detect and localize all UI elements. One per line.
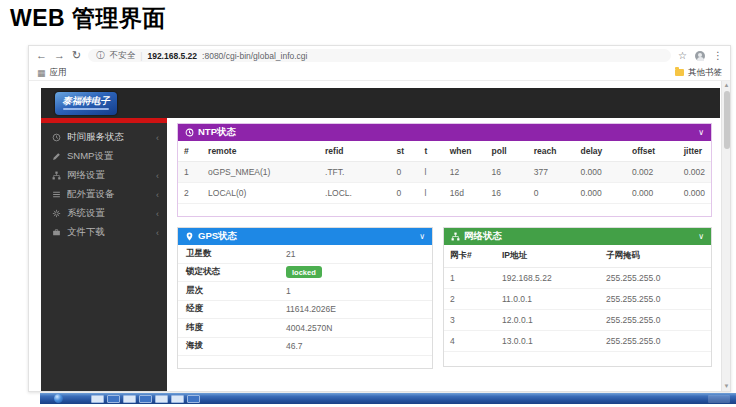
chevron-left-icon: ‹ xyxy=(156,171,159,181)
main-content: NTP状态 ∨ # remote refid xyxy=(167,118,720,391)
cell: 16d xyxy=(444,183,486,204)
bookmarks-bar: ▦ 应用 其他书签 xyxy=(29,65,730,81)
sidebar-item-external-devices[interactable]: 配外置设备 ‹ xyxy=(41,185,167,204)
folder-icon xyxy=(675,69,684,76)
network-panel-header[interactable]: 网络状态 ∨ xyxy=(444,228,711,245)
network-panel-title: 网络状态 xyxy=(464,230,502,243)
table-row: 4 13.0.0.1 255.255.255.0 xyxy=(444,331,711,352)
network-header-row: 网卡# IP地址 子网掩码 xyxy=(444,245,711,268)
scrollbar[interactable]: ▲ ▼ xyxy=(721,81,730,391)
col-header: jitter xyxy=(678,141,711,162)
cell: 255.255.255.0 xyxy=(600,268,711,289)
taskbar-app-icon[interactable] xyxy=(107,395,120,403)
sidebar-item-label: 文件下载 xyxy=(67,226,156,239)
cell: 1 xyxy=(178,162,202,183)
ntp-table-wrap: # remote refid st t when poll reach xyxy=(178,141,711,216)
col-header: when xyxy=(444,141,486,162)
taskbar-app-icon[interactable] xyxy=(171,395,184,403)
sidebar-item-snmp-settings[interactable]: SNMP设置 xyxy=(41,147,167,166)
taskbar-app-icon[interactable] xyxy=(139,395,152,403)
gps-field-label: 锁定状态 xyxy=(186,266,286,278)
forward-icon[interactable]: → xyxy=(54,50,65,61)
toolbar-right: ☆ ⋮ xyxy=(678,50,723,61)
chevron-left-icon: ‹ xyxy=(156,190,159,200)
cell: 0.000 xyxy=(626,183,678,204)
list-item: 经度 11614.2026E xyxy=(178,301,432,320)
reload-icon[interactable]: ↻ xyxy=(72,50,81,61)
chevron-left-icon: ‹ xyxy=(156,133,159,143)
page-title: WEB 管理界面 xyxy=(10,3,166,34)
other-bookmarks-label: 其他书签 xyxy=(688,67,722,79)
other-bookmarks[interactable]: 其他书签 xyxy=(675,67,722,79)
sidebar-item-network-settings[interactable]: 网络设置 ‹ xyxy=(41,166,167,185)
sidebar-item-file-download[interactable]: 文件下载 ‹ xyxy=(41,223,167,242)
sidebar-item-label: 配外置设备 xyxy=(67,188,156,201)
col-header: delay xyxy=(575,141,626,162)
cell: LOCAL(0) xyxy=(202,183,319,204)
gps-field-value: 4004.2570N xyxy=(286,323,332,333)
cell: 0 xyxy=(391,183,419,204)
cell: 255.255.255.0 xyxy=(600,310,711,331)
apps-label: 应用 xyxy=(50,67,67,79)
gear-icon xyxy=(52,209,67,218)
ntp-panel-title: NTP状态 xyxy=(198,126,236,139)
profile-avatar-icon[interactable] xyxy=(695,51,705,61)
apps-shortcut[interactable]: ▦ 应用 xyxy=(37,67,67,79)
chevron-left-icon: ‹ xyxy=(156,209,159,219)
ntp-panel-header[interactable]: NTP状态 ∨ xyxy=(178,124,711,141)
gps-field-label: 经度 xyxy=(186,303,286,315)
sidebar-item-time-service-status[interactable]: 时间服务状态 ‹ xyxy=(41,128,167,147)
cell: 16 xyxy=(486,183,528,204)
cell: l xyxy=(418,162,443,183)
gps-field-value: 46.7 xyxy=(286,341,303,351)
start-button-icon[interactable] xyxy=(54,394,63,403)
menu-kebab-icon[interactable]: ⋮ xyxy=(713,50,723,61)
taskbar-app-icon[interactable] xyxy=(155,395,168,403)
table-row: 2 LOCAL(0) .LOCL. 0 l 16d 16 0 xyxy=(178,183,711,204)
sidebar-item-label: 时间服务状态 xyxy=(67,131,156,144)
col-header: 子网掩码 xyxy=(600,245,711,268)
table-row: 2 11.0.0.1 255.255.255.0 xyxy=(444,289,711,310)
table-row: 1 oGPS_NMEA(1) .TFT. 0 l 12 16 377 xyxy=(178,162,711,183)
sitemap-icon xyxy=(52,171,67,180)
network-status-panel: 网络状态 ∨ 网卡# IP地址 xyxy=(443,227,712,367)
screenshot-root: WEB 管理界面 ← → ↻ ⓘ 不安全 | 192.168.5.22:8080… xyxy=(0,0,736,407)
cell: 3 xyxy=(444,310,496,331)
sidebar-item-label: 网络设置 xyxy=(67,169,156,182)
chevron-down-icon[interactable]: ∨ xyxy=(698,128,704,137)
taskbar-app-icon[interactable] xyxy=(91,395,104,403)
url-path: :8080/cgi-bin/global_info.cgi xyxy=(202,51,307,61)
clock-icon xyxy=(185,128,194,137)
briefcase-icon xyxy=(52,228,67,237)
browser-toolbar: ← → ↻ ⓘ 不安全 | 192.168.5.22:8080/cgi-bin/… xyxy=(29,46,730,65)
security-label: 不安全 xyxy=(110,50,136,62)
sidebar-item-system-settings[interactable]: 系统设置 ‹ xyxy=(41,204,167,223)
back-icon[interactable]: ← xyxy=(36,50,47,61)
scrollbar-thumb[interactable] xyxy=(724,91,730,149)
scroll-down-icon[interactable]: ▼ xyxy=(722,382,731,391)
gps-field-label: 层次 xyxy=(186,285,286,297)
gps-field-value: 11614.2026E xyxy=(286,304,336,314)
bookmark-star-icon[interactable]: ☆ xyxy=(678,50,687,61)
col-header: reach xyxy=(528,141,575,162)
scroll-up-icon[interactable]: ▲ xyxy=(722,81,731,90)
network-icon xyxy=(451,232,460,241)
chevron-down-icon[interactable]: ∨ xyxy=(698,232,704,241)
taskbar-app-icon[interactable] xyxy=(123,395,136,403)
col-header: st xyxy=(391,141,419,162)
address-bar[interactable]: ⓘ 不安全 | 192.168.5.22:8080/cgi-bin/global… xyxy=(88,49,671,62)
cell: 377 xyxy=(528,162,575,183)
brand-logo[interactable]: 泰福特电子 xyxy=(55,92,117,115)
status-badge: locked xyxy=(286,266,322,278)
gps-field-label: 卫星数 xyxy=(186,248,286,260)
cell: 255.255.255.0 xyxy=(600,289,711,310)
sidebar-item-label: SNMP设置 xyxy=(67,150,159,163)
table-row: 3 12.0.0.1 255.255.255.0 xyxy=(444,310,711,331)
chevron-down-icon[interactable]: ∨ xyxy=(419,232,425,241)
url-host: 192.168.5.22 xyxy=(147,51,197,61)
cell: 0.000 xyxy=(575,162,626,183)
gps-panel-header[interactable]: GPS状态 ∨ xyxy=(178,228,432,245)
url-separator: | xyxy=(140,51,142,61)
info-icon[interactable]: ⓘ xyxy=(96,50,105,62)
taskbar-app-icon[interactable] xyxy=(187,395,200,403)
